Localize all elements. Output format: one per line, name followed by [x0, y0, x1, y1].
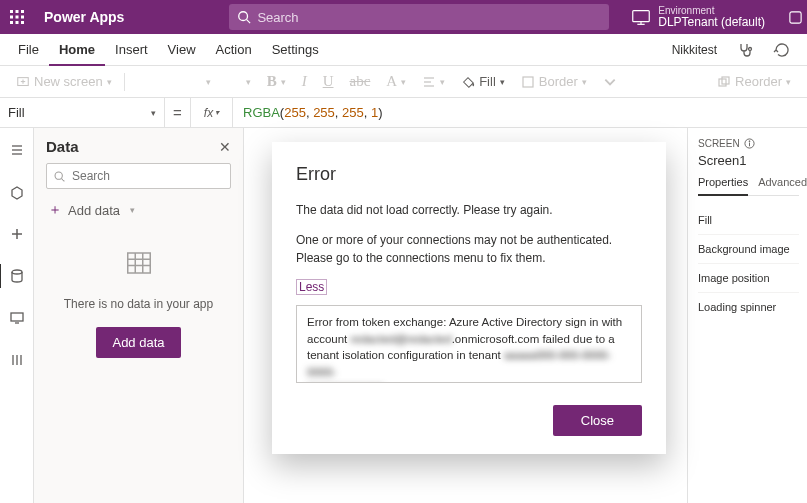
- monitor-icon: [9, 310, 25, 326]
- menu-insert[interactable]: Insert: [105, 34, 158, 65]
- empty-state: There is no data in your app Add data: [46, 248, 231, 358]
- search-icon: [237, 10, 251, 24]
- empty-state-message: There is no data in your app: [46, 297, 231, 311]
- search-icon: [53, 170, 66, 183]
- tools-pane-button[interactable]: [0, 348, 34, 372]
- left-rail: [0, 128, 34, 503]
- environment-picker[interactable]: Environment DLPTenant (default): [620, 5, 783, 29]
- tab-advanced[interactable]: Advanced: [758, 176, 807, 195]
- font-family-dropdown: ▾: [129, 77, 219, 87]
- svg-line-37: [62, 178, 65, 181]
- menu-settings[interactable]: Settings: [262, 34, 329, 65]
- menu-file[interactable]: File: [8, 34, 49, 65]
- italic-button: I: [294, 73, 315, 90]
- border-button: Border▾: [513, 74, 595, 89]
- add-data-button[interactable]: Add data: [96, 327, 180, 358]
- stethoscope-icon: [737, 42, 753, 58]
- svg-rect-11: [633, 11, 650, 22]
- reorder-icon: [717, 75, 731, 89]
- prop-loading-spinner[interactable]: Loading spinner: [698, 293, 799, 321]
- insert-pane-button[interactable]: [0, 180, 34, 204]
- menu-view[interactable]: View: [158, 34, 206, 65]
- font-color-button: A▾: [378, 73, 414, 90]
- svg-point-15: [749, 47, 752, 50]
- svg-rect-7: [16, 21, 19, 24]
- new-screen-icon: [16, 75, 30, 89]
- dialog-message-1: The data did not load correctly. Please …: [296, 201, 642, 219]
- fx-button[interactable]: fx▾: [191, 98, 233, 127]
- close-button[interactable]: Close: [553, 405, 642, 436]
- svg-point-30: [12, 270, 22, 274]
- format-toolbar: New screen▾ ▾ ▾ B▾ I U abc A▾ ▾ Fill▾ Bo…: [0, 66, 807, 98]
- svg-rect-31: [11, 313, 23, 321]
- data-pane: Data ✕ ＋ Add data ▾ There is no data in …: [34, 128, 244, 503]
- plus-box-icon: [9, 184, 25, 200]
- brand-label: Power Apps: [34, 9, 134, 25]
- undo-icon: [773, 42, 789, 58]
- formula-input[interactable]: RGBA(255, 255, 255, 1): [233, 105, 807, 120]
- align-objects-button: [595, 75, 625, 89]
- environment-value: DLPTenant (default): [658, 16, 765, 29]
- svg-rect-8: [21, 21, 24, 24]
- data-pane-title: Data: [46, 138, 79, 155]
- add-pane-button[interactable]: [0, 222, 34, 246]
- app-launcher-button[interactable]: [0, 0, 34, 34]
- undo-button[interactable]: [763, 42, 799, 58]
- less-toggle[interactable]: Less: [296, 279, 327, 295]
- align-icon: [422, 75, 436, 89]
- bold-button: B▾: [259, 73, 294, 90]
- svg-point-36: [55, 172, 62, 179]
- prop-background-image[interactable]: Background image: [698, 235, 799, 264]
- tree-icon: [9, 142, 25, 158]
- menu-home[interactable]: Home: [49, 35, 105, 66]
- prop-image-position[interactable]: Image position: [698, 264, 799, 293]
- alert-icon: [788, 10, 803, 25]
- search-box[interactable]: Search: [229, 4, 609, 30]
- plus-icon: ＋: [48, 201, 62, 219]
- data-icon: [9, 268, 25, 284]
- app-checker-button[interactable]: [727, 42, 763, 58]
- svg-rect-0: [10, 10, 13, 13]
- reorder-button: Reorder▾: [709, 74, 799, 89]
- bucket-icon: [461, 75, 475, 89]
- menu-action[interactable]: Action: [206, 34, 262, 65]
- notification-button[interactable]: [783, 0, 807, 34]
- chevron-down-icon: [603, 75, 617, 89]
- tools-icon: [9, 352, 25, 368]
- error-dialog: Error The data did not load correctly. P…: [272, 142, 666, 454]
- svg-rect-1: [16, 10, 19, 13]
- data-search-input[interactable]: [70, 168, 224, 184]
- svg-rect-2: [21, 10, 24, 13]
- svg-rect-4: [16, 16, 19, 19]
- tree-view-button[interactable]: [0, 138, 34, 162]
- font-size-dropdown: ▾: [219, 77, 259, 87]
- underline-button: U: [315, 73, 342, 90]
- svg-rect-14: [789, 11, 800, 22]
- user-label[interactable]: Nikkitest: [662, 43, 727, 57]
- data-pane-button[interactable]: [0, 264, 33, 288]
- svg-point-9: [239, 12, 248, 21]
- tab-properties[interactable]: Properties: [698, 176, 748, 196]
- waffle-icon: [10, 10, 24, 24]
- strike-button: abc: [342, 73, 379, 90]
- svg-rect-5: [21, 16, 24, 19]
- svg-rect-6: [10, 21, 13, 24]
- close-pane-button[interactable]: ✕: [219, 139, 231, 155]
- top-bar: Power Apps Search Environment DLPTenant …: [0, 0, 807, 34]
- svg-rect-22: [523, 77, 533, 87]
- data-search-box[interactable]: [46, 163, 231, 189]
- svg-rect-38: [127, 253, 150, 273]
- property-selector[interactable]: Fill▾: [0, 98, 165, 127]
- media-pane-button[interactable]: [0, 306, 34, 330]
- dialog-title: Error: [296, 164, 642, 185]
- new-screen-button[interactable]: New screen▾: [8, 74, 120, 89]
- fill-button[interactable]: Fill▾: [453, 74, 513, 89]
- prop-fill[interactable]: Fill: [698, 206, 799, 235]
- add-data-dropdown[interactable]: ＋ Add data ▾: [46, 197, 231, 223]
- search-placeholder: Search: [257, 10, 298, 25]
- screen-section-label: SCREEN: [698, 138, 799, 149]
- border-icon: [521, 75, 535, 89]
- error-details-box[interactable]: Error from token exchange: Azure Active …: [296, 305, 642, 383]
- dialog-message-2: One or more of your connections may not …: [296, 231, 642, 267]
- menu-bar: File Home Insert View Action Settings Ni…: [0, 34, 807, 66]
